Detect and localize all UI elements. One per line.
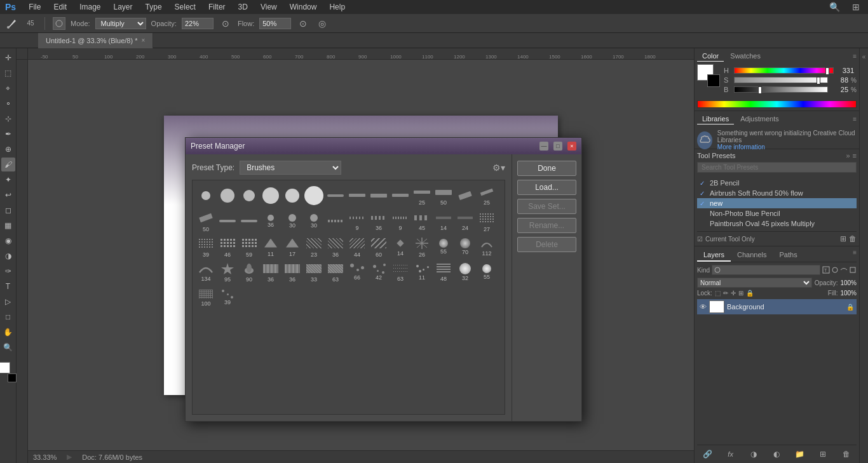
add-preset-icon[interactable]: ⊞ xyxy=(840,234,846,243)
tool-presets-expand[interactable]: » xyxy=(846,152,850,159)
brush-item[interactable]: 17 xyxy=(281,234,303,259)
brush-item[interactable]: 23 xyxy=(303,234,325,259)
brush-item[interactable]: 112 xyxy=(476,234,498,259)
load-button[interactable]: Load... xyxy=(517,180,576,195)
tab-layers[interactable]: Layers xyxy=(697,249,731,262)
lock-all-icon[interactable]: 🔒 xyxy=(746,290,754,297)
tab-channels[interactable]: Channels xyxy=(731,249,773,262)
menu-file[interactable]: File xyxy=(26,1,43,13)
lock-artboard-icon[interactable]: ⊞ xyxy=(738,290,743,297)
mode-select[interactable]: Multiply xyxy=(95,18,146,29)
menu-view[interactable]: View xyxy=(258,1,280,13)
preset-item-non-photo-blue[interactable]: ✓ Non-Photo Blue Pencil xyxy=(697,208,857,218)
preset-type-select[interactable]: Brushes Swatches Gradients Styles Patter… xyxy=(240,161,341,175)
menu-image[interactable]: Image xyxy=(77,1,103,13)
brush-item[interactable]: 11 xyxy=(411,259,433,285)
brush-item[interactable] xyxy=(238,208,260,234)
brush-item[interactable]: 134 xyxy=(195,259,217,285)
b-slider[interactable] xyxy=(734,86,828,93)
brush-item[interactable]: 63 xyxy=(390,259,411,285)
brush-item[interactable]: 66 xyxy=(346,259,368,285)
brush-item[interactable] xyxy=(281,183,303,208)
hand-tool[interactable]: ✋ xyxy=(1,325,15,339)
brush-item[interactable] xyxy=(325,208,346,234)
brush-item[interactable]: 70 xyxy=(454,234,476,259)
layer-row-background[interactable]: 👁 Background 🔒 xyxy=(697,299,857,314)
quick-select-tool[interactable]: ⚬ xyxy=(1,97,15,111)
kind-filter[interactable] xyxy=(712,265,820,275)
layer-visibility-icon[interactable]: 👁 xyxy=(700,303,707,311)
preset-item-2b-pencil[interactable]: ✓ 2B Pencil xyxy=(697,178,857,188)
layers-panel-options[interactable]: ≡ xyxy=(853,249,857,262)
add-mask-btn[interactable]: ◑ xyxy=(743,448,764,460)
brush-item[interactable] xyxy=(217,183,238,208)
rectangle-select-tool[interactable]: ⬚ xyxy=(1,66,15,80)
brush-item[interactable] xyxy=(303,183,325,208)
menu-window[interactable]: Window xyxy=(287,1,320,13)
brush-item[interactable]: 95 xyxy=(217,259,238,285)
brush-item[interactable]: 14 xyxy=(390,234,411,259)
text-tool[interactable]: T xyxy=(1,279,15,293)
menu-layer[interactable]: Layer xyxy=(111,1,135,13)
lock-move-icon[interactable]: ✛ xyxy=(731,290,736,297)
brush-item[interactable]: 30 xyxy=(303,208,325,234)
brush-item[interactable]: 39 xyxy=(217,285,238,310)
lock-transparent-icon[interactable]: ⬚ xyxy=(715,290,721,297)
preset-item-airbrush[interactable]: ✓ Airbrush Soft Round 50% flow xyxy=(697,188,857,198)
document-tab[interactable]: Untitled-1 @ 33.3% (Blue/8) * × xyxy=(38,33,153,48)
pen-tool[interactable]: ✑ xyxy=(1,264,15,278)
brush-item[interactable]: 27 xyxy=(476,208,498,234)
brush-item[interactable]: 44 xyxy=(346,234,368,259)
opacity-input[interactable] xyxy=(182,18,214,29)
brush-item[interactable]: 39 xyxy=(195,234,217,259)
brush-item[interactable]: 55 xyxy=(476,259,498,285)
brush-item[interactable]: 25 xyxy=(476,183,498,208)
h-slider[interactable] xyxy=(734,67,834,74)
brush-item[interactable]: 55 xyxy=(433,234,454,259)
tab-color[interactable]: Color xyxy=(697,51,724,62)
brush-item[interactable]: 45 xyxy=(411,208,433,234)
dialog-close-btn[interactable]: × xyxy=(567,142,576,151)
shape-tool[interactable]: □ xyxy=(1,310,15,324)
brush-item[interactable]: 26 xyxy=(411,234,433,259)
crop-tool[interactable]: ⊹ xyxy=(1,112,15,126)
menu-edit[interactable]: Edit xyxy=(51,1,69,13)
brush-item[interactable]: 30 xyxy=(281,208,303,234)
brush-item[interactable]: 59 xyxy=(238,234,260,259)
spot-heal-tool[interactable]: ⊕ xyxy=(1,142,15,156)
tool-presets-menu[interactable]: ≡ xyxy=(853,152,857,159)
brush-item[interactable]: 42 xyxy=(368,259,390,285)
preset-settings-btn[interactable]: ⚙▾ xyxy=(492,163,505,173)
brush-item[interactable]: 9 xyxy=(346,208,368,234)
dodge-tool[interactable]: ◑ xyxy=(1,249,15,263)
flow-input[interactable] xyxy=(259,18,291,29)
new-adjustment-btn[interactable]: ◐ xyxy=(766,448,787,460)
brush-item[interactable]: 36 xyxy=(260,208,281,234)
lasso-tool[interactable]: ⌖ xyxy=(1,81,15,95)
tab-libraries[interactable]: Libraries xyxy=(697,114,734,124)
gradient-tool[interactable]: ▦ xyxy=(1,218,15,232)
preset-item-new[interactable]: ✓ new xyxy=(697,198,857,208)
brush-item[interactable]: 36 xyxy=(368,208,390,234)
brush-tool[interactable]: 🖌 xyxy=(1,158,15,171)
brush-item[interactable] xyxy=(217,208,238,234)
flow-toggle-icon[interactable]: ⊙ xyxy=(296,17,310,30)
brush-item[interactable] xyxy=(346,183,368,208)
rename-button[interactable]: Rename... xyxy=(517,218,576,233)
lock-brush-icon[interactable]: ✏ xyxy=(723,290,728,297)
history-brush-tool[interactable]: ↩ xyxy=(1,188,15,202)
brush-item[interactable] xyxy=(390,183,411,208)
brush-item[interactable]: 9 xyxy=(390,208,411,234)
brush-item[interactable] xyxy=(260,183,281,208)
menu-help[interactable]: Help xyxy=(327,1,348,13)
brush-item[interactable]: 90 xyxy=(238,259,260,285)
brush-item[interactable]: 50 xyxy=(195,208,217,234)
dialog-minimize-btn[interactable]: — xyxy=(539,142,548,151)
link-layers-btn[interactable]: 🔗 xyxy=(697,448,717,460)
search-icon[interactable]: 🔍 xyxy=(827,0,841,14)
brush-grid[interactable]: 25 50 25 50 36 30 30 xyxy=(192,180,505,415)
zoom-tool[interactable]: 🔍 xyxy=(1,340,15,354)
menu-select[interactable]: Select xyxy=(172,1,198,13)
brush-item[interactable]: 36 xyxy=(325,234,346,259)
path-select-tool[interactable]: ▷ xyxy=(1,295,15,309)
